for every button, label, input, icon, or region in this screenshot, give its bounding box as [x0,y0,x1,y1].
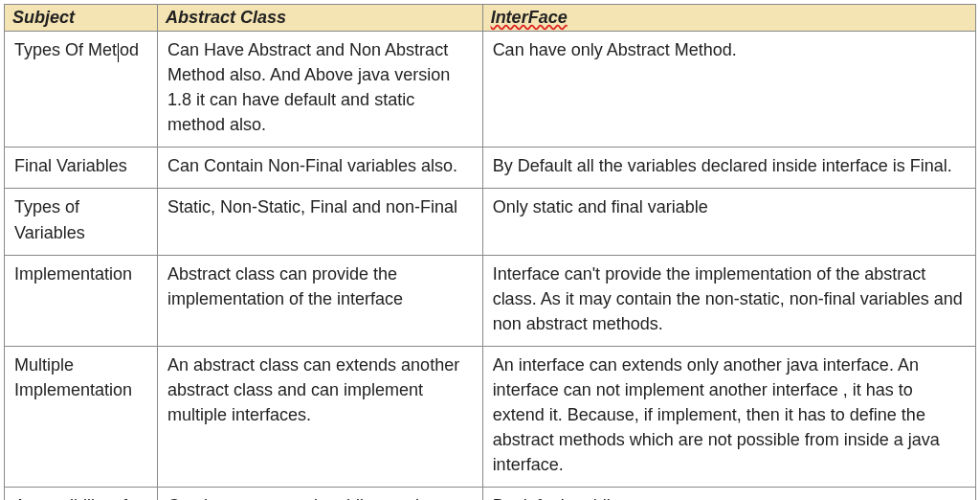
table-row: Types of Variables Static, Non-Static, F… [5,189,976,255]
table-header-row: Subject Abstract Class InterFace [5,5,976,32]
cell-interface[interactable]: Interface can't provide the implementati… [482,255,975,346]
cell-abstract[interactable]: Can Contain Non-Final variables also. [157,148,482,189]
header-subject: Subject [5,5,158,32]
table-row: Multiple Implementation An abstract clas… [5,346,976,487]
table-row: Accessibility of the Data members Can ha… [5,488,976,500]
cell-subject[interactable]: Types Of Metod [5,32,158,148]
cell-abstract[interactable]: Abstract class can provide the implement… [157,255,482,346]
cell-abstract[interactable]: Static, Non-Static, Final and non-Final [157,189,482,255]
table-row: Final Variables Can Contain Non-Final va… [5,148,976,189]
cell-abstract[interactable]: Can have protected, public members. [157,488,482,500]
cell-interface[interactable]: An interface can extends only another ja… [482,346,975,487]
header-abstract-class: Abstract Class [157,5,482,32]
cell-subject[interactable]: Implementation [5,255,158,346]
cell-interface[interactable]: By default public. [482,488,975,500]
text-cursor [118,43,119,62]
cell-abstract[interactable]: Can Have Abstract and Non Abstract Metho… [157,32,482,148]
header-interface: InterFace [482,5,975,32]
table-row: Implementation Abstract class can provid… [5,255,976,346]
cell-interface[interactable]: By Default all the variables declared in… [482,148,975,189]
cell-subject[interactable]: Final Variables [5,148,158,189]
cell-interface[interactable]: Only static and final variable [482,189,975,255]
cell-abstract[interactable]: An abstract class can extends another ab… [157,346,482,487]
cell-subject[interactable]: Accessibility of the Data members [5,488,158,500]
cell-subject[interactable]: Types of Variables [5,189,158,255]
cell-subject[interactable]: Multiple Implementation [5,346,158,487]
comparison-table: Subject Abstract Class InterFace Types O… [4,4,976,500]
table-row: Types Of Metod Can Have Abstract and Non… [5,32,976,148]
cell-interface[interactable]: Can have only Abstract Method. [482,32,975,148]
